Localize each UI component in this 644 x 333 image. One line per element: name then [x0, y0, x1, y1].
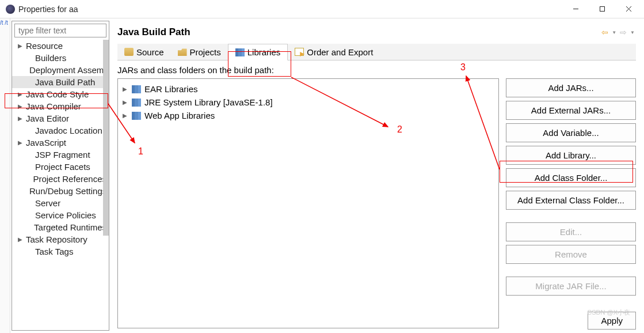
sidebar-item-label: Java Code Style — [26, 89, 89, 99]
button-column: Add JARs...Add External JARs...Add Varia… — [506, 78, 636, 328]
sidebar-item-label: Server — [35, 198, 60, 208]
sidebar-item[interactable]: Project Facets — [12, 161, 109, 173]
library-item[interactable]: ▶JRE System Library [JavaSE-1.8] — [120, 96, 496, 109]
expand-icon: ▶ — [18, 236, 24, 243]
watermark: CSDN @X小夜 — [587, 308, 630, 317]
sidebar-item-label: Service Policies — [35, 210, 96, 220]
sidebar-item-label: Java Editor — [26, 113, 69, 123]
tabs: SourceProjectsLibrariesOrder and Export — [117, 44, 636, 60]
library-label: Web App Libraries — [144, 111, 215, 120]
sidebar-item[interactable]: ▶Java Editor — [12, 112, 109, 124]
library-label: EAR Libraries — [144, 84, 198, 94]
nav-back-icon[interactable]: ⇦ — [600, 28, 609, 37]
tab-label: Order and Export — [307, 47, 373, 57]
sidebar-item[interactable]: ▶Task Repository — [12, 233, 109, 245]
sidebar-item[interactable]: Targeted Runtimes — [12, 221, 109, 233]
removebutton: Remove — [506, 245, 636, 264]
library-icon — [132, 99, 141, 107]
eclipse-icon — [6, 5, 15, 14]
sidebar-item[interactable]: Javadoc Location — [12, 124, 109, 137]
sidebar-item-label: Task Repository — [26, 234, 87, 244]
library-item[interactable]: ▶Web App Libraries — [120, 109, 496, 122]
add-jars-button[interactable]: Add JARs... — [506, 78, 636, 97]
filter-input[interactable] — [14, 24, 106, 37]
sidebar-item-label: Targeted Runtimes — [34, 222, 106, 232]
sidebar-item-label: Task Tags — [35, 247, 73, 256]
tab-label: Libraries — [247, 47, 281, 57]
sidebar-item-label: Builders — [35, 53, 66, 63]
add-library-button[interactable]: Add Library... — [506, 146, 636, 165]
content-area: Java Build Path ⇦ ▼ ⇨ ▼ SourceProjectsLi… — [109, 18, 644, 333]
minimize-button[interactable] — [562, 0, 589, 18]
sidebar-item[interactable]: JSP Fragment — [12, 149, 109, 161]
page-title: Java Build Path — [117, 27, 600, 38]
tab-label: Source — [136, 47, 164, 57]
library-label: JRE System Library [JavaSE-1.8] — [144, 97, 273, 107]
nav-forward-menu[interactable]: ▼ — [629, 30, 636, 35]
expand-icon: ▶ — [18, 91, 24, 97]
libraries-icon — [235, 48, 245, 56]
titlebar: Properties for aa — [0, 0, 644, 18]
libraries-list[interactable]: ▶EAR Libraries▶JRE System Library [JavaS… — [117, 78, 499, 328]
expand-icon: ▶ — [18, 43, 24, 49]
sidebar-item[interactable]: ▶JavaScript — [12, 137, 109, 149]
sidebar-item[interactable]: ▶Resource — [12, 40, 109, 52]
left-margin: /t /t — [0, 18, 10, 333]
source-icon — [124, 48, 134, 56]
sidebar-item[interactable]: Builders — [12, 52, 109, 64]
library-icon — [132, 112, 141, 120]
sidebar-item[interactable]: ▶Java Code Style — [12, 88, 109, 100]
add-external-jars-button[interactable]: Add External JARs... — [506, 101, 636, 120]
migrate-jar-file-button: Migrate JAR File... — [506, 277, 636, 296]
sidebar-tree[interactable]: ▶ResourceBuildersDeployment AssemblyJava… — [12, 40, 109, 330]
sidebar-item-label: Javadoc Location — [35, 126, 102, 135]
expand-icon: ▶ — [123, 86, 128, 92]
sidebar-item-label: Project Facets — [35, 162, 90, 172]
sidebar-item-label: Java Build Path — [35, 77, 95, 87]
order-icon — [295, 48, 304, 56]
sidebar-item[interactable]: Run/Debug Settings — [12, 185, 109, 197]
svg-rect-1 — [600, 7, 604, 12]
edit-button: Edit... — [506, 222, 636, 241]
expand-icon: ▶ — [18, 103, 24, 109]
tab-projects[interactable]: Projects — [171, 44, 228, 60]
add-class-folder-button[interactable]: Add Class Folder... — [506, 168, 636, 187]
window-title: Properties for aa — [18, 5, 562, 14]
sidebar-item-label: Deployment Assembly — [29, 65, 109, 75]
sidebar-item[interactable]: Server — [12, 197, 109, 209]
maximize-button[interactable] — [589, 0, 615, 18]
projects-icon — [178, 48, 187, 56]
sidebar-item[interactable]: Deployment Assembly — [12, 64, 109, 76]
library-item[interactable]: ▶EAR Libraries — [120, 82, 496, 96]
expand-icon: ▶ — [18, 139, 24, 146]
tab-label: Projects — [190, 47, 221, 57]
sidebar-item-label: JSP Fragment — [35, 150, 90, 160]
library-icon — [132, 85, 141, 93]
close-button[interactable] — [615, 0, 642, 18]
sidebar-item-label: Project References — [33, 174, 106, 184]
sidebar-item[interactable]: Java Build Path — [12, 76, 109, 88]
nav-back-menu[interactable]: ▼ — [611, 30, 618, 35]
nav-arrows: ⇦ ▼ ⇨ ▼ — [600, 28, 636, 37]
tab-source[interactable]: Source — [117, 44, 171, 60]
add-external-class-folder-button[interactable]: Add External Class Folder... — [506, 191, 636, 210]
sidebar-item[interactable]: Project References — [12, 173, 109, 185]
expand-icon: ▶ — [123, 112, 128, 119]
window-controls — [562, 0, 642, 18]
sidebar-item[interactable]: Task Tags — [12, 245, 109, 258]
sidebar-item[interactable]: ▶Java Compiler — [12, 100, 109, 112]
nav-forward-icon[interactable]: ⇨ — [619, 28, 628, 37]
add-variable-button[interactable]: Add Variable... — [506, 123, 636, 142]
expand-icon: ▶ — [18, 115, 24, 122]
sidebar: ▶ResourceBuildersDeployment AssemblyJava… — [12, 21, 109, 331]
sidebar-item-label: Java Compiler — [26, 101, 81, 111]
sidebar-item-label: Resource — [26, 41, 63, 51]
sidebar-item-label: Run/Debug Settings — [29, 186, 106, 196]
sidebar-item[interactable]: Service Policies — [12, 209, 109, 221]
tab-order-and-export[interactable]: Order and Export — [288, 44, 380, 60]
tab-libraries[interactable]: Libraries — [228, 44, 288, 60]
sidebar-item-label: JavaScript — [26, 138, 66, 147]
expand-icon: ▶ — [123, 99, 128, 105]
subtitle: JARs and class folders on the build path… — [117, 60, 636, 78]
scrollbar[interactable] — [103, 40, 109, 236]
